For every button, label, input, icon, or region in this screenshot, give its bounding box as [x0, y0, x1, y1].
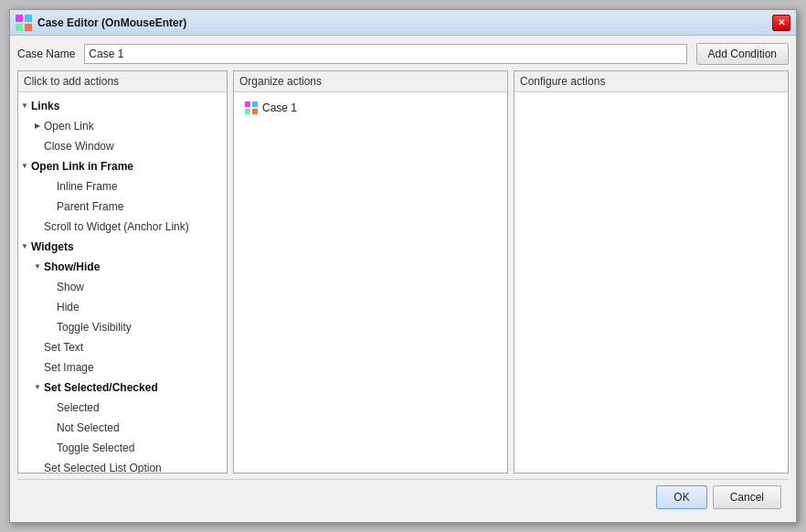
expander-icon-set-image	[31, 361, 44, 374]
tree-item-widgets-section[interactable]: ▼Widgets	[18, 237, 227, 257]
tree-item-label-open-link-frame: Open Link in Frame	[31, 158, 133, 175]
actions-tree[interactable]: ▼Links▶Open LinkClose Window▼Open Link i…	[18, 92, 227, 473]
expander-icon-hide	[44, 301, 57, 314]
footer: OK Cancel	[17, 479, 789, 515]
tree-item-open-link[interactable]: ▶Open Link	[18, 116, 227, 136]
tree-item-label-set-selected-list: Set Selected List Option	[44, 460, 162, 473]
tree-item-label-inline-frame: Inline Frame	[57, 178, 118, 195]
left-panel-header: Click to add actions	[18, 71, 227, 92]
ok-button[interactable]: OK	[656, 485, 706, 509]
expander-icon-show-hide: ▼	[31, 261, 44, 273]
tree-item-not-selected[interactable]: Not Selected	[18, 418, 227, 438]
content-area: Case Name Add Condition Click to add act…	[10, 36, 796, 522]
middle-panel-body: Case 1	[234, 92, 507, 473]
tree-item-label-show: Show	[57, 279, 84, 295]
tree-item-set-image[interactable]: Set Image	[18, 357, 227, 378]
tree-item-open-link-frame[interactable]: ▼Open Link in Frame	[18, 156, 227, 176]
case-name-input[interactable]	[84, 44, 686, 64]
svg-rect-0	[16, 15, 23, 22]
tree-item-label-toggle-visibility: Toggle Visibility	[57, 319, 132, 335]
expander-icon-open-link-frame: ▼	[18, 160, 31, 173]
panels: Click to add actions ▼Links▶Open LinkClo…	[17, 70, 789, 473]
add-condition-button[interactable]: Add Condition	[696, 43, 789, 65]
expander-icon-set-text	[31, 341, 44, 354]
right-panel-header: Configure actions	[514, 71, 788, 92]
tree-item-label-links-section: Links	[31, 98, 59, 114]
expander-icon-links-section: ▼	[18, 100, 31, 112]
middle-panel: Organize actions Case 1	[233, 70, 508, 473]
title-bar: Case Editor (OnMouseEnter) ✕	[10, 10, 796, 36]
left-panel: Click to add actions ▼Links▶Open LinkClo…	[17, 70, 228, 473]
expander-icon-selected	[44, 401, 57, 414]
svg-rect-2	[16, 24, 23, 31]
tree-item-set-selected-checked[interactable]: ▼Set Selected/Checked	[18, 378, 227, 398]
expander-icon-set-selected-list	[31, 462, 44, 473]
expander-icon-show	[44, 281, 57, 293]
cancel-button[interactable]: Cancel	[713, 485, 781, 509]
right-panel-body	[514, 92, 788, 473]
svg-rect-6	[245, 109, 250, 114]
tree-item-links-section[interactable]: ▼Links	[18, 96, 227, 116]
tree-item-label-parent-frame: Parent Frame	[57, 198, 123, 215]
expander-icon-inline-frame	[44, 180, 57, 193]
tree-item-label-set-selected-checked: Set Selected/Checked	[44, 379, 158, 396]
tree-item-close-window[interactable]: Close Window	[18, 136, 227, 156]
tree-item-inline-frame[interactable]: Inline Frame	[18, 176, 227, 197]
tree-item-show[interactable]: Show	[18, 277, 227, 297]
window-icon	[16, 15, 32, 31]
case-editor-window: Case Editor (OnMouseEnter) ✕ Case Name A…	[9, 9, 797, 523]
tree-item-toggle-selected[interactable]: Toggle Selected	[18, 438, 227, 458]
expander-icon-close-window	[31, 140, 44, 153]
tree-item-parent-frame[interactable]: Parent Frame	[18, 197, 227, 217]
organize-item-0[interactable]: Case 1	[239, 98, 502, 118]
case-icon	[244, 101, 259, 115]
tree-item-label-close-window: Close Window	[44, 138, 114, 154]
tree-item-label-set-text: Set Text	[44, 339, 83, 356]
tree-item-toggle-visibility[interactable]: Toggle Visibility	[18, 317, 227, 337]
svg-rect-4	[245, 101, 250, 107]
svg-rect-3	[25, 24, 32, 31]
organize-item-label-0: Case 1	[262, 101, 297, 114]
case-name-label: Case Name	[17, 48, 75, 60]
expander-icon-widgets-section: ▼	[18, 240, 31, 253]
tree-item-scroll-to-widget[interactable]: Scroll to Widget (Anchor Link)	[18, 217, 227, 237]
expander-icon-not-selected	[44, 421, 57, 434]
tree-item-label-widgets-section: Widgets	[31, 239, 74, 255]
tree-item-label-not-selected: Not Selected	[57, 420, 120, 436]
tree-item-label-selected: Selected	[57, 399, 100, 416]
tree-item-hide[interactable]: Hide	[18, 297, 227, 317]
expander-icon-scroll-to-widget	[31, 220, 44, 233]
close-button[interactable]: ✕	[772, 15, 790, 31]
tree-item-label-set-image: Set Image	[44, 359, 94, 376]
svg-rect-7	[252, 109, 258, 114]
tree-item-set-text[interactable]: Set Text	[18, 337, 227, 357]
organize-list[interactable]: Case 1	[234, 92, 507, 473]
expander-icon-open-link: ▶	[31, 120, 44, 133]
tree-item-label-toggle-selected: Toggle Selected	[57, 440, 134, 456]
expander-icon-set-selected-checked: ▼	[31, 381, 44, 394]
window-title: Case Editor (OnMouseEnter)	[37, 16, 772, 29]
expander-icon-parent-frame	[44, 200, 57, 213]
right-panel: Configure actions	[514, 70, 789, 473]
tree-item-show-hide[interactable]: ▼Show/Hide	[18, 257, 227, 277]
top-bar: Case Name Add Condition	[17, 43, 789, 65]
svg-rect-5	[252, 101, 258, 107]
expander-icon-toggle-visibility	[44, 321, 57, 334]
tree-item-label-hide: Hide	[57, 299, 80, 315]
tree-item-label-show-hide: Show/Hide	[44, 259, 100, 275]
svg-rect-1	[25, 15, 32, 22]
tree-item-label-scroll-to-widget: Scroll to Widget (Anchor Link)	[44, 218, 189, 235]
tree-item-selected[interactable]: Selected	[18, 398, 227, 418]
middle-panel-header: Organize actions	[234, 71, 507, 92]
tree-item-set-selected-list[interactable]: Set Selected List Option	[18, 458, 227, 473]
expander-icon-toggle-selected	[44, 442, 57, 454]
tree-item-label-open-link: Open Link	[44, 118, 94, 134]
left-panel-body: ▼Links▶Open LinkClose Window▼Open Link i…	[18, 92, 227, 473]
